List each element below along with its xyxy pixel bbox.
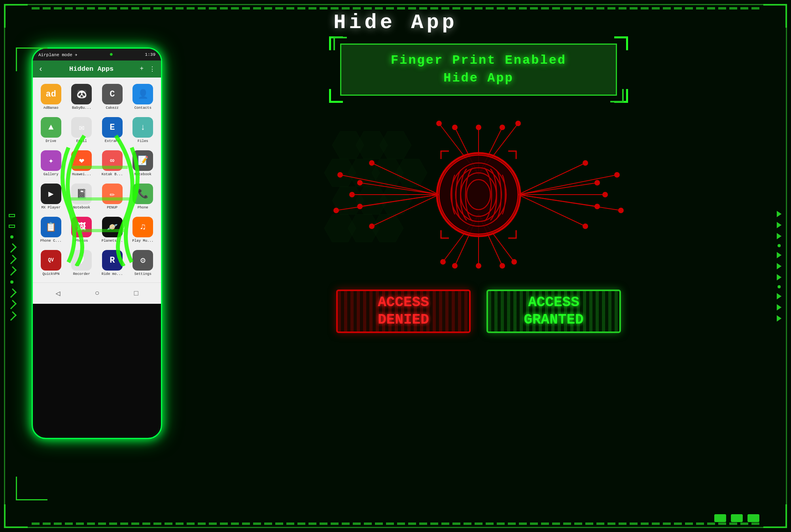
app-icon-files: ↓ xyxy=(132,117,153,138)
phone-status-bar: Airplane mode ✈ ● 1:39 xyxy=(33,49,161,61)
left-side-decoration xyxy=(6,79,18,453)
app-icon-planets: 🪐 xyxy=(102,217,123,237)
app-item-phone[interactable]: 📞 Phone xyxy=(128,180,158,213)
app-item-penup[interactable]: ✏ PENUP xyxy=(97,180,127,213)
svg-point-60 xyxy=(614,172,620,178)
top-deco xyxy=(32,7,759,9)
fp-visual-area xyxy=(320,112,637,278)
app-label-cakezz: Cakezz xyxy=(106,106,119,110)
svg-point-41 xyxy=(452,125,458,130)
svg-point-45 xyxy=(476,263,481,269)
app-icon-settings: ⚙ xyxy=(132,250,153,271)
app-icon-mxplayer: ▶ xyxy=(41,184,61,204)
page-title: Hide App xyxy=(0,11,791,34)
svg-point-53 xyxy=(337,172,343,178)
left-tech-corner-top xyxy=(16,47,47,71)
app-item-adbanao[interactable]: ad AdBanao xyxy=(36,81,66,113)
app-icon-recorder: 🎙 xyxy=(71,250,92,271)
app-icon-babyboo: 🐼 xyxy=(71,84,92,104)
app-label-quickvpn: QuickVPN xyxy=(42,272,59,276)
app-icon-contacts: 👤 xyxy=(132,84,153,104)
svg-point-49 xyxy=(511,259,517,265)
svg-point-51 xyxy=(349,192,355,197)
app-icon-quickvpn: QV xyxy=(41,250,61,271)
app-item-drive[interactable]: ▲ Drive xyxy=(36,114,66,146)
app-item-phonec[interactable]: 📋 Phone C... xyxy=(36,214,66,246)
warning-granted-label: WARNING xyxy=(537,290,570,291)
app-label-kotak: Kotak B... xyxy=(102,172,123,176)
svg-point-58 xyxy=(602,192,608,197)
app-item-mxplayer[interactable]: ▶ MX Player xyxy=(36,180,66,213)
svg-point-54 xyxy=(333,208,339,213)
app-item-recorder[interactable]: 🎙 Recorder xyxy=(67,247,97,279)
app-item-babyboo[interactable]: 🐼 BabyBu... xyxy=(67,81,97,113)
app-icon-adbanao: ad xyxy=(41,84,61,104)
app-label-huawei: Huawei... xyxy=(72,172,91,176)
app-icon-photos: 🖼 xyxy=(71,217,92,237)
app-label-contacts: Contacts xyxy=(134,106,151,110)
app-icon-extrape: E xyxy=(102,117,123,138)
app-item-playmusic[interactable]: ♫ Play Mu... xyxy=(128,214,158,246)
access-granted-box: WARNING ACCESS GRANTED xyxy=(486,290,621,333)
app-icon-kotak: ∞ xyxy=(102,150,123,171)
app-item-planets[interactable]: 🪐 Planets... xyxy=(97,214,127,246)
bottom-dot-2 xyxy=(731,514,743,522)
left-tech-corner-bottom xyxy=(16,477,47,500)
phone-header-icons: + ⋮ xyxy=(140,65,155,73)
corner-bl xyxy=(4,504,28,528)
warning-denied-label: WARNING xyxy=(387,290,420,291)
access-denied-text: ACCESS DENIED xyxy=(378,294,429,328)
app-item-quickvpn[interactable]: QV QuickVPN xyxy=(36,247,66,279)
app-icon-playmusic: ♫ xyxy=(132,217,153,237)
svg-point-48 xyxy=(440,259,446,265)
bottom-dot-1 xyxy=(714,514,726,522)
app-item-kotak[interactable]: ∞ Kotak B... xyxy=(97,147,127,180)
bottom-dots xyxy=(714,514,759,522)
app-label-phonec: Phone C... xyxy=(40,239,62,243)
svg-point-46 xyxy=(452,263,458,269)
phone-nav-home[interactable]: ○ xyxy=(95,289,100,298)
app-icon-drive: ▲ xyxy=(41,117,61,138)
svg-point-47 xyxy=(500,263,505,269)
app-item-ridemo[interactable]: R Ride mo... xyxy=(97,247,127,279)
svg-point-44 xyxy=(515,121,521,126)
right-panel: Finger Print Enabled Hide App xyxy=(190,36,767,508)
app-icon-ridemo: R xyxy=(102,250,123,271)
phone-nav-back[interactable]: ◁ xyxy=(56,288,61,298)
app-item-gallery[interactable]: ✦ Gallery xyxy=(36,147,66,180)
phone-menu-icon[interactable]: ⋮ xyxy=(149,65,155,73)
app-item-contacts[interactable]: 👤 Contacts xyxy=(128,81,158,113)
app-label-recorder: Recorder xyxy=(73,272,90,276)
app-item-files[interactable]: ↓ Files xyxy=(128,114,158,146)
svg-point-43 xyxy=(436,121,442,126)
app-icon-cakezz: C xyxy=(102,84,123,104)
app-item-notebook2[interactable]: 📓 Notebook xyxy=(67,180,97,213)
bottom-dot-3 xyxy=(747,514,759,522)
app-item-photos[interactable]: 🖼 Photos xyxy=(67,214,97,246)
app-icon-penup: ✏ xyxy=(102,184,123,204)
app-label-photos: Photos xyxy=(75,239,88,243)
app-item-settings[interactable]: ⚙ Settings xyxy=(128,247,158,279)
svg-point-62 xyxy=(583,160,588,166)
phone-nav-recents[interactable]: □ xyxy=(134,290,138,297)
svg-point-57 xyxy=(594,180,600,186)
app-label-email: Email xyxy=(76,139,87,143)
app-icon-phonec: 📋 xyxy=(41,217,61,237)
app-label-extrape: ExtraPe xyxy=(105,139,120,143)
app-item-extrape[interactable]: E ExtraPe xyxy=(97,114,127,146)
phone-add-icon[interactable]: + xyxy=(140,65,144,73)
app-label-adbanao: AdBanao xyxy=(44,106,59,110)
status-center: ● xyxy=(110,51,114,58)
app-grid: ad AdBanao 🐼 BabyBu... C Cakezz 👤 Contac… xyxy=(33,78,161,282)
svg-point-42 xyxy=(500,125,505,130)
svg-point-63 xyxy=(583,223,588,229)
app-item-cakezz[interactable]: C Cakezz xyxy=(97,81,127,113)
app-label-mxplayer: MX Player xyxy=(41,206,61,210)
app-item-email[interactable]: ✉ Email xyxy=(67,114,97,146)
fp-title-container: Finger Print Enabled Hide App xyxy=(336,44,621,96)
app-icon-notebook2: 📓 xyxy=(71,184,92,204)
app-item-notebook1[interactable]: 📝 Notebook xyxy=(128,147,158,180)
fp-title-text: Finger Print Enabled Hide App xyxy=(353,52,604,87)
phone-nav-bar: ◁ ○ □ xyxy=(33,282,161,304)
app-item-huawei[interactable]: ❤ Huawei... xyxy=(67,147,97,180)
